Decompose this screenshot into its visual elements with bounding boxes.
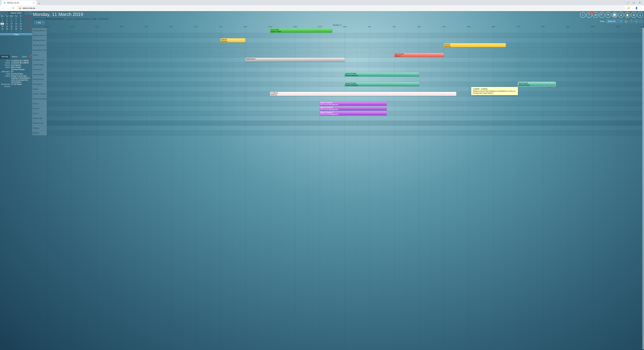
cal-day[interactable]: 5 (18, 30, 23, 33)
grid-row[interactable] (47, 62, 642, 67)
cal-day[interactable]: 11 (0, 22, 4, 25)
today-button[interactable]: Today (0, 33, 32, 36)
grid-row[interactable] (47, 33, 642, 38)
tab-history[interactable]: History (10, 55, 20, 59)
new-tab-button[interactable]: + (36, 2, 42, 5)
booking-block[interactable]: Miriam GhedhallMIZ Event Management (320, 111, 387, 115)
cal-day[interactable]: 16 (23, 22, 28, 25)
cal-day[interactable]: 27 (9, 17, 14, 20)
logout-link[interactable]: Logout (66, 18, 72, 20)
venue-row[interactable]: Room 6 (32, 106, 47, 111)
cal-day[interactable]: 21 (14, 25, 18, 28)
cal-day[interactable]: 9 (23, 20, 28, 22)
cal-day[interactable]: 4 (14, 30, 18, 33)
venue-row[interactable]: Recording Studio (32, 96, 47, 101)
url-input[interactable]: 🔒 demo.mid.as (17, 6, 625, 11)
venue-row[interactable]: Dance Studio (32, 72, 47, 77)
venue-row[interactable]: Room 5 (32, 101, 47, 106)
cal-day[interactable]: 6 (23, 30, 28, 33)
cal-day[interactable]: 7 (28, 30, 32, 33)
booking-block[interactable]: Joanne PowellPowell Industries (345, 72, 419, 76)
grid-row[interactable]: InternalMeeting (47, 43, 642, 48)
venue-row[interactable]: Court Yard (32, 67, 47, 72)
booking-grid[interactable]: Sam SmithKyoto LoungeInternalMeetingInte… (47, 28, 642, 349)
cal-day[interactable]: 7 (14, 20, 18, 22)
change-password-link[interactable]: Change Password (74, 18, 90, 20)
grid-row[interactable] (47, 67, 642, 72)
cal-day[interactable]: 15 (18, 22, 23, 25)
grid-row[interactable] (47, 126, 642, 130)
cal-day[interactable]: 4 (0, 20, 4, 22)
search-button[interactable]: 🔍 (599, 12, 605, 18)
booking-block[interactable]: Dave PortonLDL Ltd (394, 53, 444, 57)
print-button[interactable]: 🖨 (618, 12, 624, 18)
grid-row[interactable]: Joanne PowellPowell Industries (47, 72, 642, 77)
venue-row[interactable]: All Weather Pitch (32, 48, 47, 53)
reload-button[interactable]: ⟳ (12, 7, 15, 10)
range-dropdown[interactable]: 1 day (34, 21, 44, 24)
venue-row[interactable]: Dining Room (32, 77, 47, 82)
cal-day[interactable]: 2 (4, 30, 9, 33)
booking-block[interactable]: Miriam GhedhallMIZ Event Management (320, 102, 387, 106)
grid-row[interactable]: InternalMeeting (47, 38, 642, 43)
cal-next-month-button[interactable]: › (25, 12, 28, 15)
cal-day[interactable]: 29 (18, 28, 23, 30)
cal-prev-month-button[interactable]: ‹ (4, 12, 8, 15)
cal-day[interactable]: 26 (4, 17, 9, 20)
cal-day[interactable]: 23 (23, 25, 28, 28)
venue-row[interactable]: Room 7 (32, 111, 47, 116)
browser-menu-icon[interactable]: ⋮ (640, 7, 642, 10)
key-icon[interactable]: 🔑 (627, 7, 630, 10)
grid-row[interactable] (47, 48, 642, 53)
cal-day[interactable]: 25 (0, 28, 4, 30)
tab-booking[interactable]: Booking (0, 55, 10, 59)
watch-button[interactable]: 👁 (606, 12, 611, 18)
venue-row[interactable]: Atrium (32, 53, 47, 57)
grid-row[interactable] (47, 87, 642, 92)
venue-row[interactable]: Meeting Room 4 (32, 43, 47, 48)
cal-day[interactable]: 10 (28, 20, 32, 22)
venue-row[interactable]: Meeting Room 2 (32, 33, 47, 38)
cal-day[interactable]: 6 (9, 20, 14, 22)
window-close-button[interactable]: ✕ (638, 1, 641, 4)
scrollbar[interactable] (642, 28, 644, 349)
cal-day[interactable]: 12 (4, 22, 9, 25)
settings-button[interactable]: ⚙ (631, 12, 636, 18)
grid-row[interactable]: Joanne PowellPowell IndustriesBeth Powel… (47, 82, 642, 87)
grid-row[interactable]: Sam SmithKyoto Lounge (47, 28, 642, 33)
clipboard-button[interactable]: 📋 (624, 12, 630, 18)
cal-day[interactable]: 3 (28, 17, 32, 20)
grid-row[interactable] (47, 116, 642, 121)
venue-row[interactable]: Computer Lab (32, 57, 47, 62)
grid-row[interactable] (47, 96, 642, 101)
booking-block[interactable]: Joanne PowellPowell Industries (345, 82, 419, 86)
active-tab[interactable]: M MIDAS v4.20 × (1, 0, 36, 5)
venue-row[interactable]: Gymnasium (32, 82, 47, 87)
fullscreen-link[interactable]: Full Screen (98, 18, 108, 20)
cal-day[interactable]: 24 (28, 25, 32, 28)
close-tab-icon[interactable]: × (33, 2, 34, 4)
grid-row[interactable]: Liz MorrisCHS Inc (47, 92, 642, 96)
booking-block[interactable]: InternalMeeting (220, 38, 245, 42)
venue-row[interactable]: Meeting Room 1 (32, 28, 47, 33)
cal-day[interactable]: 8 (18, 20, 23, 22)
booking-block[interactable]: InternalMeeting (444, 43, 506, 47)
forward-button[interactable]: → (7, 7, 10, 10)
cal-prev-year-button[interactable]: « (0, 12, 3, 15)
grid-row[interactable] (47, 77, 642, 82)
booking-block[interactable]: Liz MorrisCHS Inc (270, 92, 456, 96)
minimize-button[interactable]: — (626, 1, 629, 4)
help-link[interactable]: Help (92, 18, 96, 20)
cal-day[interactable]: 14 (14, 22, 18, 25)
venue-row[interactable]: Library (32, 87, 47, 92)
messages-button[interactable]: ✉7 (593, 12, 598, 18)
venue-row[interactable]: Minibus (32, 130, 47, 135)
tab-client[interactable]: Client (20, 55, 29, 59)
cal-day[interactable]: 5 (4, 20, 9, 22)
booking-block[interactable]: Miriam GhedhallMIZ Event Management (320, 106, 387, 110)
cal-day[interactable]: 27 (9, 28, 14, 30)
cal-day[interactable]: 3 (9, 30, 14, 33)
venue-row[interactable]: Theatre (32, 126, 47, 130)
profile-icon[interactable]: 👤 (635, 7, 638, 10)
alert-button[interactable]: ⚠ (637, 12, 643, 18)
